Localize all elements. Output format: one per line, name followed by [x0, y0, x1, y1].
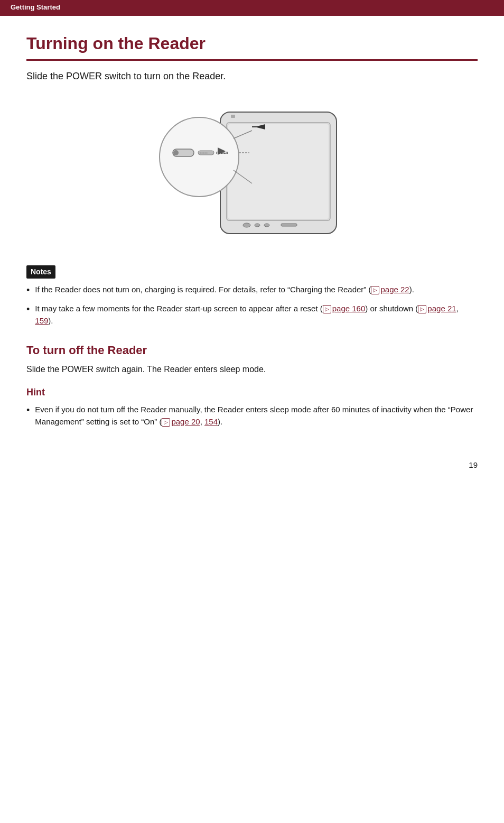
svg-point-4	[255, 224, 260, 227]
page-number: 19	[0, 454, 504, 477]
note-2-link-159[interactable]: 159	[35, 316, 48, 325]
hint-link-154[interactable]: 154	[204, 417, 218, 426]
hint-link-20[interactable]: page 20	[171, 417, 200, 426]
svg-point-5	[264, 224, 269, 227]
hint-list: Even if you do not turn off the Reader m…	[26, 404, 478, 428]
note-2-link-160[interactable]: page 160	[332, 304, 366, 313]
svg-point-3	[243, 223, 250, 227]
svg-rect-6	[281, 224, 297, 226]
hint-label: Hint	[26, 385, 478, 400]
svg-rect-7	[231, 115, 235, 118]
arrow-icon-3: ▷	[418, 305, 426, 313]
note-item-2: It may take a few moments for the Reader…	[26, 303, 478, 327]
notes-label: Notes	[26, 265, 55, 279]
intro-text: Slide the POWER switch to turn on the Re…	[26, 69, 478, 84]
svg-point-8	[160, 117, 239, 197]
notes-section: Notes If the Reader does not turn on, ch…	[26, 265, 478, 327]
note-2-text: It may take a few moments for the Reader…	[35, 303, 478, 327]
turn-off-text: Slide the POWER switch again. The Reader…	[26, 363, 478, 376]
arrow-icon-2: ▷	[323, 305, 331, 313]
header-section-label: Getting Started	[11, 2, 60, 13]
hint-1-text: Even if you do not turn off the Reader m…	[35, 404, 478, 428]
svg-rect-2	[228, 124, 329, 219]
note-1-text: If the Reader does not turn on, charging…	[35, 284, 478, 296]
arrow-icon-1: ▷	[371, 286, 379, 294]
page-title: Turning on the Reader	[26, 31, 478, 61]
arrow-icon-4: ▷	[162, 418, 170, 427]
svg-text:○○○○○: ○○○○○	[200, 151, 208, 154]
page-content: Turning on the Reader Slide the POWER sw…	[0, 16, 504, 454]
note-1-link[interactable]: page 22	[380, 285, 409, 294]
note-item-1: If the Reader does not turn on, charging…	[26, 284, 478, 298]
svg-point-10	[173, 150, 179, 155]
device-diagram: ○○○○○ POWER	[26, 96, 478, 244]
turn-off-heading: To turn off the Reader	[26, 341, 478, 359]
header-bar: Getting Started	[0, 0, 504, 15]
reader-device-svg: ○○○○○ POWER	[136, 96, 368, 244]
hint-item-1: Even if you do not turn off the Reader m…	[26, 404, 478, 428]
note-2-link-21[interactable]: page 21	[427, 304, 456, 313]
notes-list: If the Reader does not turn on, charging…	[26, 284, 478, 327]
